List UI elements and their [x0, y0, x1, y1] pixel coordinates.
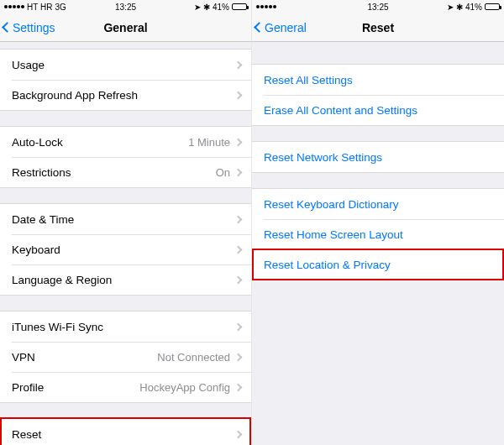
back-label: General — [265, 21, 307, 34]
cell-reset-network-settings[interactable]: Reset Network Settings — [252, 142, 504, 172]
chevron-right-icon — [234, 245, 243, 254]
reset-screen: 13:25 ➤ ✱ 41% General Reset Reset All Se… — [252, 0, 504, 445]
group-lock: Auto-Lock 1 Minute Restrictions On — [0, 126, 251, 188]
chevron-right-icon — [234, 60, 243, 69]
general-settings-screen: HT HR 3G 13:25 ➤ ✱ 41% Settings General … — [0, 0, 252, 445]
back-label: Settings — [13, 21, 55, 34]
cell-auto-lock[interactable]: Auto-Lock 1 Minute — [0, 127, 251, 157]
cell-bg-app-refresh[interactable]: Background App Refresh — [0, 80, 251, 110]
page-title: Reset — [362, 21, 394, 34]
cell-reset-location-privacy[interactable]: Reset Location & Privacy — [252, 249, 504, 280]
cell-detail: HockeyApp Config — [139, 381, 230, 394]
page-title: General — [103, 21, 147, 34]
back-button[interactable]: Settings — [3, 13, 55, 41]
cell-label: Reset All Settings — [264, 74, 494, 86]
cell-label: Reset — [12, 428, 235, 441]
cell-label: Profile — [12, 381, 139, 394]
cell-label: Keyboard — [12, 243, 235, 256]
cell-profile[interactable]: Profile HockeyApp Config — [0, 372, 251, 402]
cell-erase-all-content[interactable]: Erase All Content and Settings — [252, 95, 504, 125]
back-button[interactable]: General — [255, 13, 307, 41]
cell-usage[interactable]: Usage — [0, 50, 251, 80]
cell-label: Reset Keyboard Dictionary — [264, 198, 494, 211]
chevron-right-icon — [234, 215, 243, 223]
chevron-right-icon — [234, 138, 243, 146]
group-reset-other: Reset Keyboard Dictionary Reset Home Scr… — [252, 188, 504, 280]
group-reset: Reset — [0, 418, 251, 445]
cell-label: Language & Region — [12, 274, 235, 286]
chevron-right-icon — [234, 430, 243, 438]
cell-detail: Not Connected — [157, 351, 230, 364]
cell-label: Reset Home Screen Layout — [264, 228, 494, 241]
cell-detail: On — [216, 166, 230, 179]
cell-itunes-wifi-sync[interactable]: iTunes Wi-Fi Sync — [0, 312, 251, 342]
chevron-right-icon — [234, 353, 243, 361]
cell-label: iTunes Wi-Fi Sync — [12, 321, 235, 333]
cell-reset-keyboard-dictionary[interactable]: Reset Keyboard Dictionary — [252, 189, 504, 219]
cell-label: Auto-Lock — [12, 136, 188, 149]
cell-label: Erase All Content and Settings — [264, 104, 494, 117]
cell-label: Reset Network Settings — [264, 151, 494, 164]
cell-keyboard[interactable]: Keyboard — [0, 234, 251, 264]
cell-label: Restrictions — [12, 166, 216, 179]
cell-restrictions[interactable]: Restrictions On — [0, 157, 251, 187]
nav-bar: General Reset — [252, 13, 504, 42]
group-reset-main: Reset All Settings Erase All Content and… — [252, 64, 504, 126]
chevron-right-icon — [234, 168, 243, 176]
cell-language-region[interactable]: Language & Region — [0, 264, 251, 295]
group-locale: Date & Time Keyboard Language & Region — [0, 203, 251, 296]
cell-vpn[interactable]: VPN Not Connected — [0, 342, 251, 372]
group-connectivity: iTunes Wi-Fi Sync VPN Not Connected Prof… — [0, 311, 251, 403]
cell-label: Reset Location & Privacy — [264, 259, 494, 271]
clock: 13:25 — [252, 3, 504, 12]
chevron-right-icon — [234, 383, 243, 391]
cell-detail: 1 Minute — [188, 136, 230, 149]
group-reset-network: Reset Network Settings — [252, 141, 504, 173]
chevron-left-icon — [2, 22, 13, 33]
cell-label: Background App Refresh — [12, 89, 235, 102]
cell-label: VPN — [12, 351, 157, 364]
battery-icon — [232, 3, 247, 10]
chevron-left-icon — [254, 22, 265, 33]
chevron-right-icon — [234, 275, 243, 284]
chevron-right-icon — [234, 322, 243, 331]
status-bar: HT HR 3G 13:25 ➤ ✱ 41% — [0, 0, 251, 13]
status-bar: 13:25 ➤ ✱ 41% — [252, 0, 504, 13]
clock: 13:25 — [0, 3, 251, 12]
cell-reset-home-screen-layout[interactable]: Reset Home Screen Layout — [252, 219, 504, 249]
chevron-right-icon — [234, 91, 243, 99]
cell-label: Usage — [12, 59, 235, 71]
cell-label: Date & Time — [12, 213, 235, 226]
battery-icon — [485, 3, 500, 10]
cell-reset-all-settings[interactable]: Reset All Settings — [252, 65, 504, 95]
group-usage: Usage Background App Refresh — [0, 49, 251, 111]
cell-reset[interactable]: Reset — [0, 419, 251, 445]
cell-date-time[interactable]: Date & Time — [0, 204, 251, 234]
nav-bar: Settings General — [0, 13, 251, 42]
